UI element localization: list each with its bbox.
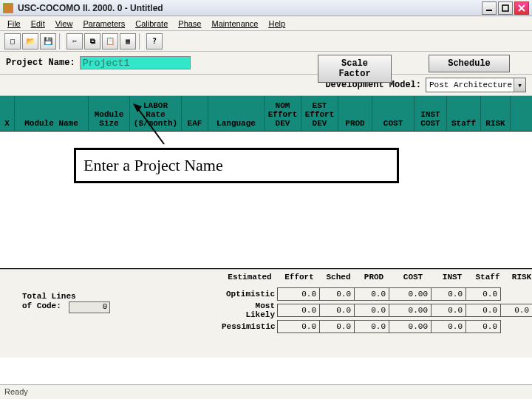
- cell: 0.0: [354, 287, 389, 301]
- callout-box: Enter a Project Name: [74, 148, 399, 183]
- col-inst-cost: INST COST: [415, 96, 447, 131]
- sum-col-staff: Staff: [470, 273, 505, 282]
- toolbar-separator: [59, 33, 64, 50]
- toolbar-separator: [139, 33, 143, 50]
- app-icon: [3, 3, 13, 13]
- cell: 0.0: [431, 304, 466, 317]
- sum-col-prod: PROD: [356, 273, 392, 282]
- col-language: Language: [208, 96, 265, 131]
- cell: 0.0: [319, 287, 355, 301]
- col-risk: RISK: [481, 96, 511, 131]
- sum-col-estimated: Estimated: [222, 273, 278, 282]
- col-module-size: Module Size: [89, 96, 130, 131]
- summary-headers: Estimated Effort Sched PROD COST INST St…: [222, 273, 532, 282]
- scale-factor-button[interactable]: Scale Factor: [318, 55, 392, 83]
- window-buttons: [482, 1, 529, 15]
- total-lines-label2: of Code:: [22, 301, 61, 310]
- cell: 0.0: [466, 320, 501, 333]
- menu-file[interactable]: File: [3, 18, 25, 30]
- total-lines-value: 0: [69, 301, 110, 313]
- window-title: USC-COCOMO II. 2000. 0 - Untitled: [18, 3, 482, 13]
- maximize-button[interactable]: [498, 1, 513, 15]
- arrow-icon: [133, 103, 170, 148]
- cell: 0.00: [389, 320, 432, 333]
- titlebar: USC-COCOMO II. 2000. 0 - Untitled: [0, 0, 532, 16]
- row-most-likely: Most Likely 0.0 0.0 0.0 0.00 0.0 0.0 0.0: [222, 302, 532, 318]
- menu-phase[interactable]: Phase: [174, 18, 205, 30]
- project-name-label: Project Name:: [6, 58, 75, 68]
- sum-col-inst: INST: [434, 273, 470, 282]
- summary-rows: Optimistic 0.0 0.0 0.0 0.00 0.0 0.0 Most…: [222, 286, 532, 335]
- paste-icon[interactable]: 📋: [102, 33, 118, 50]
- row-pessimistic: Pessimistic 0.0 0.0 0.0 0.00 0.0 0.0: [222, 318, 532, 335]
- sum-col-effort: Effort: [278, 273, 321, 282]
- cell: 0.0: [466, 287, 501, 301]
- menu-parameters[interactable]: Parameters: [78, 18, 129, 30]
- menu-view[interactable]: View: [51, 18, 78, 30]
- module-grid: Enter a Project Name: [0, 132, 532, 269]
- summary-panel: Estimated Effort Sched PROD COST INST St…: [0, 269, 532, 358]
- status-text: Ready: [4, 387, 28, 396]
- status-bar: Ready: [0, 384, 532, 399]
- sum-col-sched: Sched: [321, 273, 356, 282]
- cell: 0.0: [500, 304, 532, 317]
- sum-col-cost: COST: [392, 273, 434, 282]
- menu-calibrate[interactable]: Calibrate: [131, 18, 172, 30]
- menu-maintenance[interactable]: Maintenance: [207, 18, 262, 30]
- col-prod: PROD: [338, 96, 372, 131]
- col-staff: Staff: [447, 96, 481, 131]
- column-header: X Module Name Module Size LABOR Rate ($/…: [0, 96, 532, 132]
- dev-model-value: Post Architecture: [426, 81, 514, 89]
- menu-edit[interactable]: Edit: [27, 18, 50, 30]
- svg-rect-1: [502, 5, 508, 11]
- cell: 0.0: [354, 320, 389, 333]
- cell: 0.0: [277, 304, 320, 317]
- schedule-button[interactable]: Schedule: [429, 55, 510, 72]
- toolbar: □ 📂 💾 ✂ ⧉ 📋 ▦ ?: [0, 31, 532, 52]
- cell: 0.0: [319, 320, 355, 333]
- callout-text: Enter a Project Name: [83, 156, 223, 174]
- app-window: USC-COCOMO II. 2000. 0 - Untitled File E…: [0, 0, 532, 399]
- project-name-row: Project Name: Scale Factor Schedule: [0, 52, 532, 75]
- col-eaf: EAF: [182, 96, 208, 131]
- total-lines-label1: Total Lines: [22, 292, 76, 301]
- row-label: Optimistic: [222, 290, 278, 299]
- col-module-name: Module Name: [15, 96, 89, 131]
- calc-icon[interactable]: ▦: [120, 33, 136, 50]
- dev-model-row: Development Model: Post Architecture ▾: [0, 75, 532, 96]
- cell: 0.0: [354, 304, 389, 317]
- col-nom-effort: NOM Effort DEV: [265, 96, 301, 131]
- minimize-button[interactable]: [482, 1, 497, 15]
- cell: 0.0: [319, 304, 355, 317]
- total-lines: Total Lines of Code: 0: [22, 292, 110, 313]
- help-icon[interactable]: ?: [146, 33, 163, 50]
- menubar: File Edit View Parameters Calibrate Phas…: [0, 16, 532, 31]
- col-cost: COST: [372, 96, 415, 131]
- cell: 0.00: [389, 304, 432, 317]
- menu-help[interactable]: Help: [264, 18, 290, 30]
- copy-icon[interactable]: ⧉: [84, 33, 100, 50]
- project-name-input[interactable]: [80, 56, 191, 69]
- new-icon[interactable]: □: [4, 33, 21, 50]
- row-label: Most Likely: [222, 301, 278, 319]
- close-button[interactable]: [514, 1, 529, 15]
- cell: 0.0: [277, 287, 320, 301]
- save-icon[interactable]: 💾: [40, 33, 56, 50]
- sum-col-risk: RISK: [505, 273, 532, 282]
- row-optimistic: Optimistic 0.0 0.0 0.0 0.00 0.0 0.0: [222, 286, 532, 302]
- svg-line-4: [137, 108, 164, 144]
- dev-model-select[interactable]: Post Architecture ▾: [426, 78, 526, 92]
- col-x: X: [0, 96, 15, 131]
- row-label: Pessimistic: [222, 322, 278, 331]
- cell: 0.0: [431, 287, 466, 301]
- cut-icon[interactable]: ✂: [66, 33, 83, 50]
- cell: 0.0: [277, 320, 320, 333]
- chevron-down-icon[interactable]: ▾: [514, 78, 525, 92]
- cell: 0.00: [389, 287, 432, 301]
- col-est-effort: EST Effort DEV: [301, 96, 338, 131]
- open-icon[interactable]: 📂: [22, 33, 38, 50]
- cell: 0.0: [431, 320, 466, 333]
- cell: 0.0: [466, 304, 501, 317]
